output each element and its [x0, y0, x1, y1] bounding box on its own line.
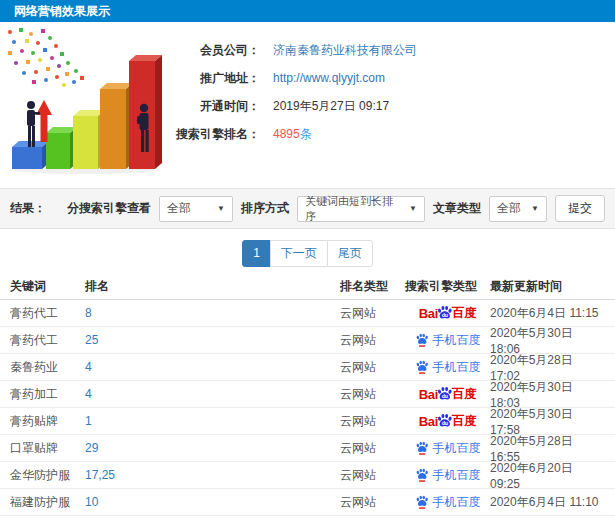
businessman-left — [27, 101, 40, 147]
open-time-value: 2019年5月27日 09:17 — [273, 98, 389, 115]
mobile-baidu-label: 手机百度 — [433, 359, 481, 376]
table-row: 金华防护服17,25云网站手机百度2020年6月20日 09:25 — [0, 462, 615, 489]
submit-button[interactable]: 提交 — [555, 195, 605, 222]
keyword-cell: 口罩贴牌 — [10, 440, 85, 457]
info-row-rank-count: 搜索引擎排名： 4895 条 — [172, 120, 615, 148]
engine-cell: Baidu百度 — [405, 304, 490, 322]
result-label: 结果： — [10, 200, 46, 217]
bar-orange — [100, 83, 133, 169]
updated-cell: 2020年6月4日 11:10 — [490, 494, 605, 511]
company-label: 会员公司： — [172, 42, 260, 59]
rank-type-cell: 云网站 — [340, 359, 405, 376]
rank-link[interactable]: 1 — [85, 414, 340, 428]
promotion-url-link[interactable]: http://www.qlyyjt.com — [273, 71, 385, 85]
mobile-baidu-badge: 手机百度 — [415, 440, 481, 457]
chevron-down-icon: ▼ — [211, 204, 225, 213]
engine-cell: 手机百度 — [405, 332, 490, 349]
baidu-logo-cn: 百度 — [452, 413, 476, 430]
pagination-wrap: 1 下一页 尾页 — [0, 229, 615, 274]
rank-link[interactable]: 29 — [85, 441, 340, 455]
keyword-cell: 膏药代工 — [10, 332, 85, 349]
promotion-url-label: 推广地址： — [172, 70, 260, 87]
chevron-down-icon: ▼ — [403, 204, 417, 213]
baidu-paw-icon — [415, 467, 429, 482]
baidu-logo: Baidu百度 — [419, 385, 477, 403]
baidu-paw-icon: du — [436, 385, 453, 403]
baidu-logo-cn: 百度 — [452, 386, 476, 403]
article-type-select-value: 全部 — [497, 200, 521, 217]
last-page-button[interactable]: 尾页 — [327, 240, 373, 267]
table-row: 秦鲁药业4云网站手机百度2020年5月28日 17:02 — [0, 354, 615, 381]
col-header-keyword: 关键词 — [10, 278, 85, 295]
engine-select-value: 全部 — [167, 200, 191, 217]
engine-rank-count: 4895 — [273, 127, 300, 141]
updated-cell: 2020年6月4日 11:15 — [490, 305, 605, 322]
rank-type-cell: 云网站 — [340, 386, 405, 403]
col-header-updated: 最新更新时间 — [490, 278, 605, 295]
keyword-cell: 福建防护服 — [10, 494, 85, 511]
engine-rank-unit: 条 — [300, 126, 312, 143]
page: 网络营销效果展示 — [0, 0, 615, 520]
baidu-paw-icon: du — [436, 304, 453, 322]
rank-link[interactable]: 10 — [85, 495, 340, 509]
col-header-engine-type: 搜索引擎类型 — [405, 278, 490, 295]
baidu-paw-icon — [415, 440, 429, 455]
mobile-baidu-badge: 手机百度 — [415, 359, 481, 376]
baidu-logo-cn: 百度 — [452, 305, 476, 322]
rank-type-cell: 云网站 — [340, 440, 405, 457]
open-time-label: 开通时间： — [172, 98, 260, 115]
engine-cell: Baidu百度 — [405, 385, 490, 403]
table-body: 膏药代工8云网站Baidu百度2020年6月4日 11:15膏药代工25云网站手… — [0, 300, 615, 520]
rank-link[interactable]: 25 — [85, 333, 340, 347]
baidu-paw-icon — [415, 359, 429, 374]
table-row: 膏药加工4云网站Baidu百度2020年5月30日 18:03 — [0, 381, 615, 408]
rank-link[interactable]: 4 — [85, 360, 340, 374]
keyword-cell: 金华防护服 — [10, 467, 85, 484]
next-page-button[interactable]: 下一页 — [270, 240, 328, 267]
baidu-paw-icon: du — [436, 412, 453, 430]
engine-filter-label: 分搜索引擎查看 — [67, 200, 151, 217]
pagination: 1 下一页 尾页 — [242, 240, 373, 267]
engine-select[interactable]: 全部 ▼ — [159, 196, 233, 222]
results-table: 关键词 排名 排名类型 搜索引擎类型 最新更新时间 膏药代工8云网站Baidu百… — [0, 274, 615, 520]
engine-cell: 手机百度 — [405, 359, 490, 376]
sort-label: 排序方式 — [241, 200, 289, 217]
account-info-list: 会员公司： 济南秦鲁药业科技有限公司 推广地址： http://www.qlyy… — [172, 22, 615, 188]
mobile-baidu-badge: 手机百度 — [415, 494, 481, 511]
table-row: 膏药代工8云网站Baidu百度2020年6月4日 11:15 — [0, 300, 615, 327]
account-info-section: 会员公司： 济南秦鲁药业科技有限公司 推广地址： http://www.qlyy… — [0, 22, 615, 188]
table-row: 福建防护服10云网站手机百度2020年6月4日 11:10 — [0, 489, 615, 516]
baidu-paw-icon — [415, 332, 429, 347]
baidu-logo: Baidu百度 — [419, 412, 477, 430]
baidu-paw-icon — [415, 494, 429, 509]
growth-chart-image — [4, 26, 170, 176]
company-link[interactable]: 济南秦鲁药业科技有限公司 — [273, 42, 417, 59]
table-row: 口罩贴牌29云网站手机百度2020年5月28日 16:55 — [0, 435, 615, 462]
rank-link[interactable]: 8 — [85, 306, 340, 320]
rank-type-cell: 云网站 — [340, 494, 405, 511]
filter-bar: 结果： 分搜索引擎查看 全部 ▼ 排序方式 关键词由短到长排序 ▼ 文章类型 全… — [0, 188, 615, 229]
mobile-baidu-label: 手机百度 — [433, 440, 481, 457]
rank-link[interactable]: 4 — [85, 387, 340, 401]
keyword-cell: 膏药贴牌 — [10, 413, 85, 430]
bar-chart-illustration — [0, 22, 172, 188]
rank-type-cell: 云网站 — [340, 467, 405, 484]
bar-green — [46, 127, 77, 169]
baidu-logo: Baidu百度 — [419, 304, 477, 322]
sort-select[interactable]: 关键词由短到长排序 ▼ — [297, 196, 425, 222]
filter-controls: 分搜索引擎查看 全部 ▼ 排序方式 关键词由短到长排序 ▼ 文章类型 全部 ▼ … — [67, 195, 605, 222]
rank-link[interactable]: 17,25 — [85, 468, 340, 482]
page-title: 网络营销效果展示 — [14, 4, 110, 18]
mobile-baidu-label: 手机百度 — [433, 467, 481, 484]
article-type-select[interactable]: 全部 ▼ — [489, 196, 547, 222]
svg-text:du: du — [442, 420, 448, 426]
col-header-rank: 排名 — [85, 278, 340, 295]
page-1-button[interactable]: 1 — [242, 240, 271, 267]
app-header: 网络营销效果展示 — [0, 0, 615, 22]
mobile-baidu-label: 手机百度 — [433, 494, 481, 511]
keyword-cell: 膏药代工 — [10, 305, 85, 322]
info-row-open-time: 开通时间： 2019年5月27日 09:17 — [172, 92, 615, 120]
table-row: 膏药贴牌1云网站Baidu百度2020年5月30日 17:58 — [0, 408, 615, 435]
table-row: 膏药代工25云网站手机百度2020年5月30日 18:06 — [0, 327, 615, 354]
article-type-label: 文章类型 — [433, 200, 481, 217]
